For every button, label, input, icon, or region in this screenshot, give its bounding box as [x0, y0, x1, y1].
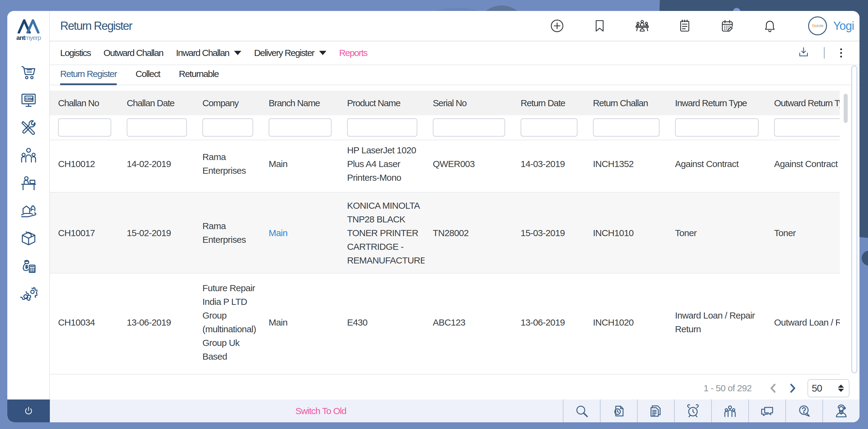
svg-text:CRM: CRM — [26, 97, 33, 101]
